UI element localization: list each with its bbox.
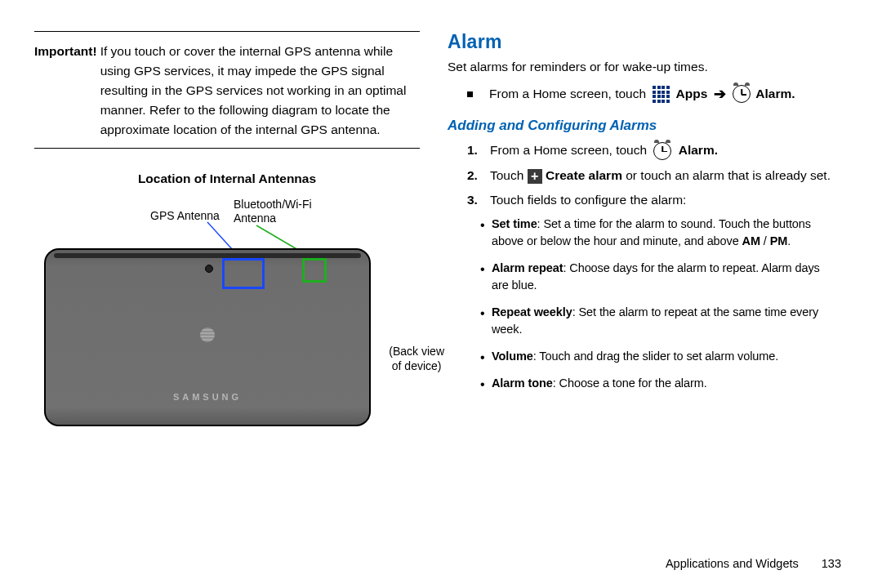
square-bullet-icon [467, 91, 473, 97]
opt-title: Repeat weekly [492, 305, 572, 318]
step2-text-a: Touch [490, 168, 523, 182]
from-home-instruction: From a Home screen, touch Apps ➔ Alarm. [467, 82, 833, 106]
step1-alarm-label: Alarm. [679, 143, 718, 157]
bt-antenna-box [302, 258, 327, 283]
backview-line2: of device) [392, 359, 442, 372]
opt-title: Volume [492, 350, 533, 363]
apps-grid-icon [651, 84, 671, 105]
plus-icon: + [528, 169, 542, 184]
from-home-text: From a Home screen, touch [489, 84, 646, 105]
step-number: 1. [467, 140, 482, 161]
backview-line1: (Back view [389, 345, 444, 358]
camera-dot [205, 265, 213, 273]
antenna-heading: Location of Internal Antennas [34, 172, 420, 186]
footer-section: Applications and Widgets [666, 557, 799, 570]
steps-list: 1. From a Home screen, touch Alarm. 2. T… [467, 140, 833, 211]
bt-label-line1: Bluetooth/Wi-Fi [234, 198, 312, 211]
opt-volume: Volume: Touch and drag the slider to set… [480, 348, 833, 365]
apps-label: Apps [676, 84, 708, 105]
am-label: AM [742, 234, 760, 247]
step-2: 2. Touch + Create alarm or touch an alar… [467, 166, 833, 186]
important-label: Important! [34, 42, 97, 140]
antenna-diagram: GPS Antenna Bluetooth/Wi-Fi Antenna (Bac… [44, 198, 387, 434]
subsection-heading: Adding and Configuring Alarms [448, 118, 833, 134]
pm-label: PM [770, 234, 788, 247]
rule-top [34, 31, 420, 32]
create-alarm-label: Create alarm [546, 168, 622, 182]
important-text: If you touch or cover the internal GPS a… [100, 42, 420, 140]
arrow-icon: ➔ [714, 82, 726, 106]
bt-wifi-antenna-label: Bluetooth/Wi-Fi Antenna [234, 198, 312, 225]
page-footer: Applications and Widgets 133 [666, 557, 841, 570]
step2-text-c: or touch an alarm that is already set. [626, 168, 831, 182]
carrier-logo-icon [200, 327, 215, 342]
opt-body: : Choose a tone for the alarm. [553, 376, 707, 390]
important-note: Important! If you touch or cover the int… [34, 42, 420, 140]
opt-set-time: Set time: Set a time for the alarm to so… [480, 216, 833, 250]
gps-antenna-box [222, 258, 265, 289]
opt-title: Alarm tone [492, 376, 553, 390]
page-number: 133 [822, 557, 841, 570]
step-3: 3. Touch fields to configure the alarm: [467, 190, 833, 211]
alarm-intro: Set alarms for reminders or for wake-up … [448, 60, 833, 74]
opt-alarm-repeat: Alarm repeat: Choose days for the alarm … [480, 260, 833, 294]
gps-antenna-label: GPS Antenna [150, 209, 220, 222]
opt-body: : Touch and drag the slider to set alarm… [533, 350, 778, 363]
step-1: 1. From a Home screen, touch Alarm. [467, 140, 833, 161]
alarm-clock-icon [653, 142, 671, 160]
step-number: 3. [467, 190, 482, 211]
options-list: Set time: Set a time for the alarm to so… [480, 216, 833, 392]
opt-title: Set time [492, 217, 537, 230]
back-view-label: (Back view of device) [389, 345, 444, 373]
brand-wordmark: SAMSUNG [173, 392, 242, 402]
opt-alarm-tone: Alarm tone: Choose a tone for the alarm. [480, 375, 833, 392]
step-number: 2. [467, 166, 482, 186]
left-column: Important! If you touch or cover the int… [34, 31, 420, 434]
bt-label-line2: Antenna [234, 212, 276, 225]
section-heading-alarm: Alarm [448, 31, 833, 53]
step3-text: Touch fields to configure the alarm: [490, 190, 686, 211]
rule-bottom [34, 148, 420, 149]
slash: / [760, 234, 770, 247]
alarm-label-1: Alarm. [755, 84, 795, 105]
right-column: Alarm Set alarms for reminders or for wa… [448, 31, 833, 434]
opt-repeat-weekly: Repeat weekly: Set the alarm to repeat a… [480, 304, 833, 338]
opt-title: Alarm repeat [492, 261, 563, 274]
step1-text: From a Home screen, touch [490, 143, 647, 157]
alarm-clock-icon [733, 85, 751, 103]
